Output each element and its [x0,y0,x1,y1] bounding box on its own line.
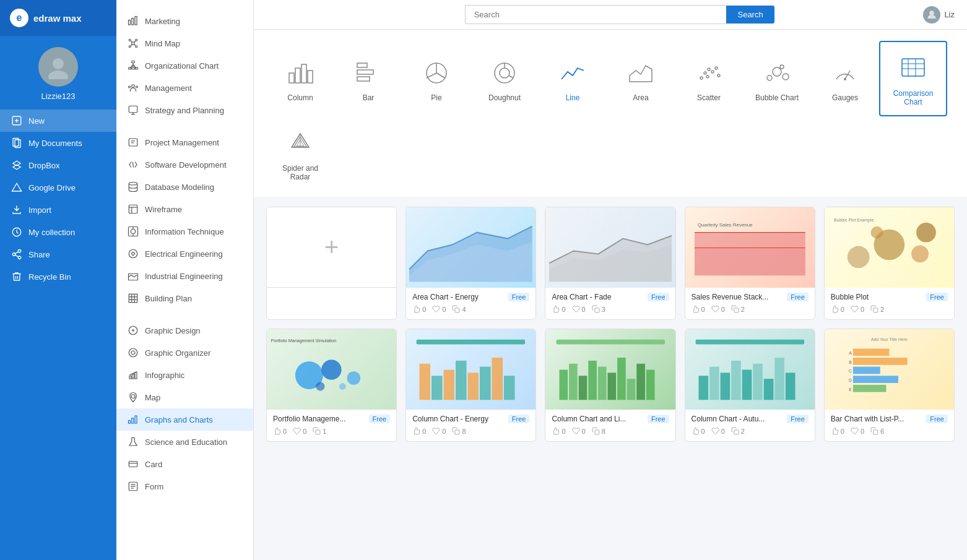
category-label: Industrial Engineering [145,272,223,281]
svg-rect-164 [617,358,626,400]
category-wireframe[interactable]: Wireframe [116,198,253,220]
sidebar-item-my-collection[interactable]: My collection [0,221,116,243]
svg-rect-109 [902,59,924,76]
template-name: Sales Revenue Stack... [692,293,769,301]
svg-rect-171 [709,366,719,400]
avatar [38,47,78,87]
category-map[interactable]: Map [116,386,253,408]
chart-type-label-line: Line [566,93,580,102]
svg-line-15 [15,252,18,254]
template-portfolio[interactable]: Portfolio Management Simulation Portfoli… [266,329,397,442]
chart-type-bubble[interactable]: Bubble Chart [743,41,811,116]
svg-line-119 [300,134,309,147]
gauges-chart-icon [830,58,861,88]
template-add-new[interactable]: + [266,207,397,320]
category-graphic-design[interactable]: Graphic Design [116,319,253,342]
category-industrial[interactable]: Industrial Engineering [116,265,253,287]
svg-line-120 [292,134,300,147]
electrical-icon [128,248,139,259]
template-name: Portfolio Manageme... [273,415,345,423]
add-new-preview: + [267,207,396,288]
user-icon [926,9,937,20]
category-science-edu[interactable]: Science and Education [116,431,253,453]
info-tech-icon [128,226,139,237]
category-form[interactable]: Form [116,475,253,498]
template-col-autu[interactable]: Column Chart - Autu... Free 0 0 [685,329,815,442]
chart-type-column[interactable]: Column [266,41,334,116]
category-management[interactable]: Management [116,77,253,99]
svg-point-12 [12,253,15,256]
template-area-energy[interactable]: Area Chart - Energy Free 0 0 [405,207,536,320]
template-stats: 0 0 8 [412,427,529,435]
sidebar-item-google-drive[interactable]: Google Drive [0,176,116,199]
search-input[interactable] [465,5,727,24]
category-infographic[interactable]: Infographic [116,364,253,386]
chart-type-area[interactable]: Area [607,41,675,116]
svg-text:Portfolio Management Simulatio: Portfolio Management Simulation [271,337,337,343]
recycle-bin-icon [11,271,22,282]
sidebar-item-my-documents[interactable]: My Documents [0,132,116,154]
category-info-tech[interactable]: Information Technique [116,220,253,243]
chart-type-scatter[interactable]: Scatter [675,41,743,116]
category-label: Management [145,84,192,93]
category-database[interactable]: Database Modeling [116,176,253,198]
category-project-mgmt[interactable]: Project Management [116,131,253,153]
category-building[interactable]: Building Plan [116,287,253,309]
category-strategy[interactable]: Strategy and Planning [116,99,253,121]
category-electrical[interactable]: Electrical Engineering [116,243,253,265]
sidebar-label-documents: My Documents [28,139,82,148]
software-icon [128,159,139,170]
chart-type-doughnut[interactable]: Doughnut [470,41,539,116]
category-marketing[interactable]: Marketing [116,10,253,32]
chart-type-comparison[interactable]: Comparison Chart [879,41,947,116]
svg-point-105 [783,74,789,80]
svg-rect-73 [129,462,137,467]
svg-rect-174 [742,369,752,400]
category-label: Infographic [145,371,184,380]
template-bar-list[interactable]: Add Your Title Here A B C D [824,329,955,442]
sidebar-item-recycle-bin[interactable]: Recycle Bin [0,265,116,288]
hearts-stat: 0 [572,427,586,435]
template-badge: Free [648,293,669,301]
svg-rect-126 [595,308,599,312]
svg-rect-123 [455,308,459,312]
template-col-energy[interactable]: Column Chart - Energy Free 0 0 [405,329,536,442]
category-software-dev[interactable]: Software Development [116,153,253,176]
template-bubble-plot[interactable]: Bubble Plot Example Bubble Plot Free 0 [824,207,955,320]
category-org-chart[interactable]: Organizational Chart [116,54,253,77]
chart-type-label-bar: Bar [363,93,375,102]
left-sidebar: e edraw max Lizzie123 New My Documents D… [0,0,116,560]
chart-type-label-column: Column [287,93,313,102]
chart-type-bar[interactable]: Bar [334,41,402,116]
template-sales-revenue[interactable]: Quarterly Sales Revenue Sales Revenue St… [685,207,815,320]
svg-point-106 [780,65,784,69]
sidebar-item-import[interactable]: Import [0,199,116,221]
svg-rect-165 [627,379,635,400]
svg-rect-55 [129,274,138,280]
svg-line-27 [134,45,136,46]
svg-rect-132 [734,308,739,312]
chart-type-spider[interactable]: Spider and Radar [266,116,334,191]
sidebar-item-new[interactable]: New [0,110,116,132]
bar-list-preview: Add Your Title Here A B C D [825,329,954,410]
svg-rect-81 [295,68,300,83]
svg-point-21 [136,39,137,41]
sidebar-item-share[interactable]: Share [0,243,116,265]
category-graphs-charts[interactable]: Graphs and Charts [116,408,253,431]
category-card[interactable]: Card [116,453,253,475]
template-area-fade[interactable]: Area Chart - Fade Free 0 0 [545,207,675,320]
sidebar-item-dropbox[interactable]: DropBox [0,154,116,176]
chart-type-gauges[interactable]: Gauges [811,41,879,116]
template-stats: 0 0 2 [692,305,809,313]
template-col-li[interactable]: Column Chart and Li... Free 0 0 [545,329,675,442]
svg-point-142 [321,360,341,379]
logo-text: edraw max [33,13,82,24]
svg-rect-65 [132,374,134,379]
hearts-stat: 0 [432,427,446,435]
category-graphic-organizer[interactable]: Graphic Organizer [116,342,253,364]
chart-type-pie[interactable]: Pie [402,41,470,116]
svg-point-98 [708,68,710,71]
search-button[interactable]: Search [726,6,774,24]
chart-type-line[interactable]: Line [539,41,607,116]
category-mind-map[interactable]: Mind Map [116,32,253,54]
